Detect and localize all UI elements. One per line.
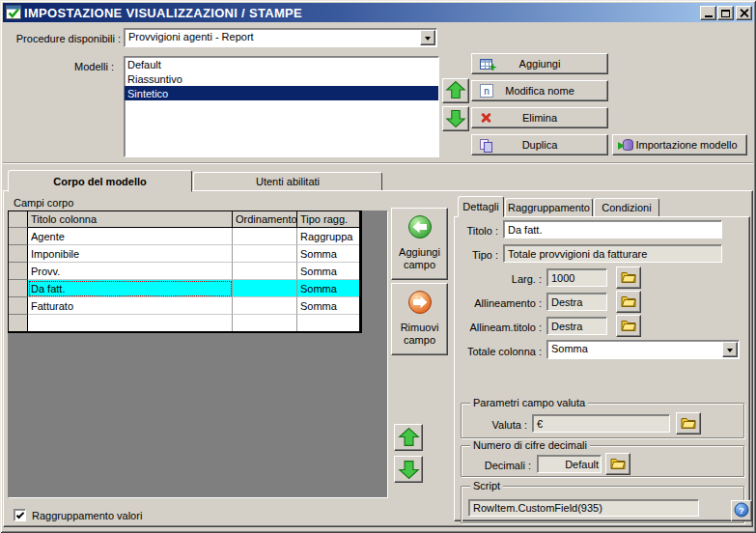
titlebar: IMPOSTAZIONE VISUALIZZAZIONI / STAMPE bbox=[3, 3, 753, 22]
delete-model-button[interactable]: Elimina bbox=[471, 107, 608, 128]
tab-label: Condizioni bbox=[602, 202, 651, 213]
check-icon bbox=[15, 510, 23, 518]
row-header bbox=[9, 211, 28, 228]
row-header bbox=[9, 315, 28, 331]
duplicate-model-label: Duplica bbox=[522, 139, 558, 151]
script-help-button[interactable]: ? bbox=[731, 500, 752, 521]
cell-tipo[interactable]: Somma bbox=[297, 245, 359, 263]
larg-label: Larg. : bbox=[415, 272, 542, 286]
row-header bbox=[9, 228, 28, 245]
model-move-up-button[interactable] bbox=[442, 78, 469, 103]
list-item-selected[interactable]: Sintetico bbox=[125, 86, 438, 100]
allineamento-label: Allineamento : bbox=[415, 296, 542, 310]
allineam-titolo-field[interactable]: Destra bbox=[546, 317, 607, 335]
larg-picker-button[interactable] bbox=[616, 266, 641, 289]
divider bbox=[3, 162, 753, 164]
cell-ordinamento[interactable] bbox=[233, 263, 297, 280]
totale-colonna-label: Totale colonna : bbox=[415, 345, 542, 358]
table-row[interactable]: Agente Raggruppa bbox=[9, 228, 359, 245]
cell-titolo[interactable]: Agente bbox=[28, 228, 233, 245]
col-header-tipo[interactable]: Tipo ragg. bbox=[297, 211, 359, 228]
valuta-field[interactable]: € bbox=[532, 414, 670, 433]
table-row[interactable]: Provv. Somma bbox=[9, 263, 359, 280]
minimize-icon bbox=[705, 15, 713, 17]
cell-tipo bbox=[297, 315, 359, 331]
tab-label: Corpo del modello bbox=[53, 176, 147, 187]
col-header-titolo[interactable]: Titolo colonna bbox=[28, 211, 233, 228]
tab-raggruppamento[interactable]: Raggruppamento bbox=[505, 198, 593, 216]
col-header-ordinamento[interactable]: Ordinamento bbox=[233, 211, 297, 228]
valuta-label: Valuta : bbox=[467, 418, 527, 432]
cell-titolo[interactable]: Imponibile bbox=[28, 245, 233, 263]
svg-text:n: n bbox=[484, 86, 490, 97]
fields-table[interactable]: Titolo colonna Ordinamento Tipo ragg. Ag… bbox=[8, 210, 362, 333]
procedure-value: Provvigioni agenti - Report bbox=[125, 29, 436, 44]
cell-ordinamento[interactable] bbox=[233, 228, 297, 245]
allineamento-picker-button[interactable] bbox=[616, 291, 641, 313]
larg-field[interactable]: 1000 bbox=[546, 268, 607, 287]
decimali-picker-button[interactable] bbox=[605, 453, 630, 475]
cell-tipo[interactable]: Somma bbox=[297, 280, 359, 297]
modelli-label: Modelli : bbox=[56, 60, 114, 73]
minimize-button[interactable] bbox=[700, 6, 716, 20]
totale-colonna-dropdown-button[interactable] bbox=[722, 342, 738, 357]
raggruppamento-checkbox[interactable] bbox=[14, 509, 26, 521]
cell-tipo[interactable]: Somma bbox=[297, 297, 359, 315]
table-row[interactable]: Imponibile Somma bbox=[9, 245, 359, 263]
valuta-picker-button[interactable] bbox=[676, 412, 701, 435]
tab-condizioni[interactable]: Condizioni bbox=[594, 198, 659, 216]
tab-utenti-abilitati[interactable]: Utenti abilitati bbox=[193, 172, 382, 190]
import-model-button[interactable]: Importazione modello bbox=[612, 134, 747, 155]
list-item[interactable]: Riassuntivo bbox=[125, 71, 438, 86]
totale-colonna-value: Somma bbox=[547, 341, 739, 356]
cell-ordinamento[interactable] bbox=[233, 280, 297, 297]
modelli-listbox[interactable]: Default Riassuntivo Sintetico bbox=[124, 56, 439, 157]
cell-titolo[interactable]: Provv. bbox=[28, 263, 233, 280]
cell-ordinamento[interactable] bbox=[233, 297, 297, 315]
tab-dettagli[interactable]: Dettagli bbox=[458, 196, 504, 217]
valuta-group-title: Parametri campo valuta bbox=[470, 397, 588, 409]
cell-titolo bbox=[28, 315, 233, 331]
field-move-down-button[interactable] bbox=[394, 456, 423, 483]
tipo-label: Tipo : bbox=[415, 248, 498, 262]
row-header bbox=[9, 245, 28, 263]
add-model-button[interactable]: Aggiungi bbox=[471, 53, 608, 74]
cell-titolo[interactable]: Da fatt. bbox=[28, 280, 233, 297]
rename-model-label: Modifica nome bbox=[505, 85, 574, 97]
allineam-titolo-picker-button[interactable] bbox=[616, 315, 641, 337]
arrow-down-icon bbox=[445, 109, 466, 128]
table-row-selected[interactable]: Da fatt. Somma bbox=[9, 280, 359, 297]
add-model-icon bbox=[480, 59, 492, 70]
list-item[interactable]: Default bbox=[125, 57, 438, 71]
titolo-label: Titolo : bbox=[415, 224, 498, 238]
delete-icon bbox=[480, 112, 492, 124]
procedure-combobox[interactable]: Provvigioni agenti - Report bbox=[124, 28, 437, 47]
settings-window: IMPOSTAZIONE VISUALIZZAZIONI / STAMPE Pr… bbox=[0, 0, 756, 533]
procedure-dropdown-button[interactable] bbox=[420, 30, 435, 45]
add-field-button[interactable]: Aggiungi campo bbox=[391, 208, 448, 280]
titolo-input[interactable]: Da fatt. bbox=[503, 220, 722, 238]
table-row-empty[interactable] bbox=[9, 315, 359, 331]
tab-corpo-del-modello[interactable]: Corpo del modello bbox=[8, 170, 192, 192]
cell-tipo[interactable]: Raggruppa bbox=[297, 228, 359, 245]
cell-titolo[interactable]: Fatturato bbox=[28, 297, 233, 315]
decimali-field[interactable]: Default bbox=[537, 455, 602, 473]
totale-colonna-combobox[interactable]: Somma bbox=[546, 340, 740, 359]
duplicate-model-button[interactable]: Duplica bbox=[471, 134, 608, 155]
maximize-icon bbox=[721, 10, 730, 17]
cell-ordinamento[interactable] bbox=[233, 245, 297, 263]
raggruppamento-checkbox-label: Raggruppamento valori bbox=[32, 509, 142, 522]
script-field[interactable]: RowItem.CustomField(935) bbox=[468, 499, 699, 517]
rename-icon: n bbox=[480, 84, 493, 98]
cell-tipo[interactable]: Somma bbox=[297, 263, 359, 280]
folder-icon bbox=[621, 295, 636, 309]
rename-model-button[interactable]: n Modifica nome bbox=[471, 80, 608, 101]
help-icon: ? bbox=[734, 502, 749, 519]
allineamento-field[interactable]: Destra bbox=[546, 293, 607, 311]
duplicate-icon bbox=[480, 139, 492, 152]
close-button[interactable] bbox=[736, 6, 752, 20]
maximize-button[interactable] bbox=[717, 6, 734, 20]
field-move-up-button[interactable] bbox=[394, 424, 423, 451]
model-move-down-button[interactable] bbox=[442, 106, 469, 131]
table-row[interactable]: Fatturato Somma bbox=[9, 297, 359, 315]
